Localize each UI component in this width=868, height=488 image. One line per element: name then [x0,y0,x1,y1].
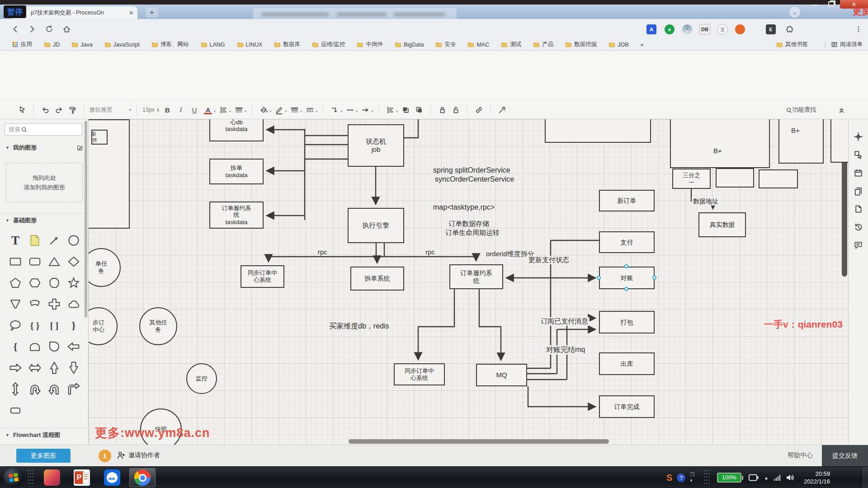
shape-callout-ellipse[interactable] [7,317,24,333]
canvas-label[interactable]: 订单数据存储 [448,220,489,228]
bold-button[interactable]: B [162,104,173,115]
bookmark-item[interactable]: 应用 [12,41,32,48]
tray-sogou-icon[interactable]: S [666,473,672,483]
node-reconcile[interactable]: 对账 [599,267,655,289]
panel-pointersq-button[interactable] [854,150,863,160]
shape-cone[interactable] [7,296,24,312]
magic-style-button[interactable] [496,104,507,115]
node-outbound[interactable]: 出库 [599,352,655,375]
battery-indicator[interactable]: 100% [717,473,743,483]
canvas-label[interactable]: 买家维度db，redis [329,322,389,331]
extension-evernote-icon[interactable]: e [664,23,675,35]
shape-cloud[interactable] [66,296,82,312]
shape-hexagon[interactable] [27,275,43,291]
bookmark-item[interactable]: JavaScript [104,41,140,48]
panel-locate-button[interactable] [854,132,863,142]
tab-list-caret-icon[interactable]: ⌄ [789,7,800,18]
shape-octagon[interactable] [46,275,62,291]
bookmark-item[interactable]: 中间件 [357,41,383,48]
shape-u-arrow-up[interactable] [46,381,62,397]
panel-blankpage-button[interactable] [854,204,863,214]
taskbar-app-powerpoint[interactable]: P [69,468,95,487]
canvas-label[interactable]: rpc [316,248,329,256]
shape-cross[interactable] [46,296,62,312]
shape-brace-right[interactable]: } [66,317,82,333]
section-my-shapes[interactable]: ▼我的图形 [0,141,89,155]
shape-rounded-rectangle[interactable] [27,253,43,270]
node-frame-label[interactable]: 架 作 [91,130,108,145]
taskbar-app-goose[interactable]: ᨐ [99,468,125,487]
node-exec-engine[interactable]: 执行引擎 [348,208,404,243]
bookmark-item[interactable]: 安全 [435,41,456,48]
feature-search[interactable]: 功能查找 [785,106,816,114]
unlock-button[interactable] [450,104,461,115]
shape-sticky-note[interactable] [27,232,43,249]
node-fulfill-system[interactable]: 订单履约系 统 [449,264,503,289]
more-shapes-button[interactable]: 更多图形 [16,449,71,463]
bookmark-item[interactable]: 数据库 [274,41,300,48]
shape-corner-arrow[interactable] [66,381,82,397]
shape-arrow-line[interactable] [46,232,62,249]
node-wide-top[interactable] [545,119,651,143]
new-tab-button[interactable]: + [146,8,158,18]
shape-block-arrow-up[interactable] [46,360,62,376]
section-flowchart[interactable]: ▼Flowchart 流程图 [0,428,89,441]
node-bplus-large[interactable] [670,119,770,168]
extension-db-icon[interactable]: DB [699,23,711,35]
canvas-label[interactable]: B+ [791,127,800,134]
bookmark-item[interactable]: BigData [395,41,424,48]
canvas-label[interactable]: 订阅已支付消息 [539,317,590,326]
font-color-button[interactable]: A [203,104,213,115]
forward-icon[interactable] [26,23,38,35]
node-sync-order-center-upper[interactable]: 同步订单中 心系统 [241,265,284,288]
node-pack[interactable]: 打包 [599,311,655,333]
panel-copypage-button[interactable] [854,186,863,196]
selection-handle[interactable] [652,276,656,280]
shape-teardrop[interactable] [46,338,62,355]
bookmark-item[interactable]: LINUX [237,41,263,48]
node-real-data[interactable]: 真实数据 [698,212,746,237]
line-button[interactable] [344,104,355,115]
bookmark-item[interactable]: 产品 [533,41,553,48]
bookmark-item[interactable]: 运维/监控 [312,41,345,48]
tab-close-icon[interactable]: ✕ [129,9,134,16]
node-blank-small-1[interactable] [716,168,754,188]
reading-list[interactable]: 阅读清单 [831,41,863,48]
panel-history-button[interactable] [854,222,863,232]
selection-handle[interactable] [624,287,628,291]
bookmarks-overflow[interactable]: » [640,42,643,48]
tray-mini-icon[interactable]: ❐▾ [690,472,694,483]
node-other-tasks[interactable]: 其他任 务 [139,307,177,345]
feedback-button[interactable]: 提交反馈 [822,445,868,467]
extension-e-icon[interactable]: E [765,23,777,35]
node-sync-order-center-lower[interactable]: 同步订单中 心系统 [394,363,445,385]
bookmark-item[interactable]: 博客、网站 [151,41,189,48]
panel-comment-button[interactable] [854,240,863,250]
align-objects-button[interactable] [385,104,396,115]
shape-u-arrow-down[interactable] [27,381,43,397]
canvas-label[interactable]: 数据地址 [692,197,720,206]
line-color-button[interactable] [274,104,284,115]
start-button[interactable] [4,468,24,488]
hyperlink-button[interactable] [473,104,484,115]
node-order-complete[interactable]: 订单完成 [599,395,655,418]
shape-bracket-pair[interactable]: [ ] [46,317,62,333]
node-edit-button[interactable] [17,104,28,115]
tray-expand-caret-icon[interactable]: ▲ [764,475,769,480]
bookmark-item[interactable]: JOB [609,41,628,48]
line-width-button[interactable] [289,104,300,115]
shape-arc-band[interactable] [27,296,43,312]
shape-triangle[interactable] [46,253,62,270]
collapse-toolbar-button[interactable] [836,104,847,115]
extensions-puzzle-icon[interactable] [784,23,796,35]
canvas-label[interactable]: spring splitOrderService [433,166,510,174]
shape-arch-rectangle[interactable] [27,338,43,355]
shape-block-arrow-left[interactable] [66,338,82,355]
extension-orange-icon[interactable] [734,23,746,35]
bookmark-item[interactable]: 数据挖掘 [565,41,597,48]
extension-swirl-icon[interactable]: ◔ [681,23,693,35]
section-basic-shapes[interactable]: ▼基础图形 [0,213,89,227]
send-backward-button[interactable] [414,104,425,115]
shape-brace-left[interactable]: { [7,338,24,355]
fill-color-button[interactable] [258,104,269,115]
